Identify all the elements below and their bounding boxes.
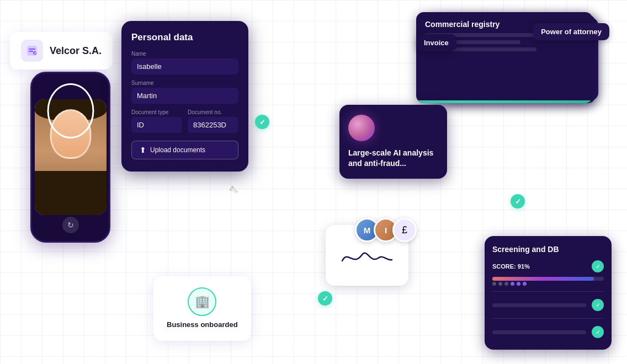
power-of-attorney-badge: Power of attorney bbox=[533, 23, 609, 40]
avatar-female-initials: I bbox=[385, 226, 387, 235]
avatars-group: M I £ bbox=[355, 218, 417, 242]
teal-bar bbox=[416, 100, 593, 103]
ai-analysis-text: Large-scale AI analysis and anti-fraud..… bbox=[348, 148, 438, 169]
score-bar bbox=[492, 277, 594, 281]
check-row-circle-2: ✓ bbox=[592, 326, 604, 338]
dot-5-active bbox=[517, 282, 520, 286]
dot-1 bbox=[492, 282, 496, 286]
doc-type-field: Document type ID bbox=[131, 104, 182, 133]
scan-oval bbox=[47, 83, 94, 138]
dot-2 bbox=[498, 282, 502, 286]
score-bar-wrap bbox=[492, 277, 604, 281]
ai-analysis-card: Large-scale AI analysis and anti-fraud..… bbox=[339, 105, 447, 179]
scene-container: Velcor S.A. ↻ Personal data Name Isabell… bbox=[0, 0, 627, 364]
dot-3 bbox=[504, 282, 508, 286]
doc-fields-row: Document type ID Document no. 8362253D bbox=[131, 104, 238, 133]
check-row-1: ✓ bbox=[492, 296, 604, 314]
surname-label: Surname bbox=[131, 80, 238, 86]
personal-data-title: Personal data bbox=[131, 32, 238, 43]
check-mark-3: ✓ bbox=[318, 291, 332, 306]
signature-svg bbox=[337, 239, 397, 272]
score-check-circle: ✓ bbox=[592, 260, 604, 272]
upload-btn-label: Upload documents bbox=[150, 146, 205, 154]
score-label: SCORE: 91% bbox=[492, 263, 530, 270]
business-label: Business onboarded bbox=[167, 320, 238, 330]
name-input[interactable]: Isabelle bbox=[131, 58, 238, 74]
doc-no-label: Document no. bbox=[188, 109, 238, 115]
upload-icon: ⬆ bbox=[140, 146, 146, 154]
business-icon: 🏢 bbox=[188, 287, 216, 316]
phone-mockup: ↻ bbox=[30, 72, 110, 243]
divider-2 bbox=[492, 318, 604, 319]
invoice-badge: Invoice bbox=[416, 34, 456, 51]
doc-type-label: Document type bbox=[131, 109, 182, 115]
check-mark-1: ✓ bbox=[255, 115, 269, 129]
upload-documents-button[interactable]: ⬆ Upload documents bbox=[131, 141, 238, 159]
business-onboarded-card: 🏢 Business onboarded bbox=[153, 276, 251, 341]
check-mark-2: ✓ bbox=[511, 194, 525, 208]
check-row-bar-1 bbox=[492, 303, 586, 307]
svg-point-3 bbox=[33, 51, 36, 55]
avatar-badge: £ bbox=[392, 218, 417, 242]
check-row-bar-2 bbox=[492, 330, 586, 334]
svg-rect-2 bbox=[29, 51, 33, 52]
svg-rect-1 bbox=[29, 49, 35, 50]
check-row-2: ✓ bbox=[492, 323, 604, 341]
ai-orb-icon bbox=[348, 115, 375, 141]
dot-6-active bbox=[523, 282, 527, 286]
phone-face-area: ↻ bbox=[32, 73, 109, 241]
score-row: SCORE: 91% ✓ bbox=[492, 260, 604, 272]
screening-card: Screening and DB SCORE: 91% ✓ ✓ ✓ bbox=[485, 236, 612, 350]
dots-row bbox=[492, 282, 604, 286]
velcor-card: Velcor S.A. bbox=[10, 32, 113, 69]
doc-no-field: Document no. 8362253D bbox=[188, 104, 238, 133]
hair-sides bbox=[35, 171, 107, 215]
check-row-circle-1: ✓ bbox=[592, 299, 604, 311]
name-label: Name bbox=[131, 51, 238, 57]
refresh-icon[interactable]: ↻ bbox=[62, 217, 79, 233]
surname-input[interactable]: Martin bbox=[131, 88, 238, 104]
screening-title: Screening and DB bbox=[492, 245, 604, 254]
dot-4-active bbox=[511, 282, 514, 286]
doc-no-input[interactable]: 8362253D bbox=[188, 117, 238, 133]
avatar-badge-symbol: £ bbox=[402, 224, 407, 236]
document-stack: Commercial registry Invoice Power of att… bbox=[416, 12, 604, 117]
velcor-icon bbox=[21, 40, 43, 62]
doc-type-input[interactable]: ID bbox=[131, 117, 182, 133]
cursor-pointer: ↖ bbox=[226, 181, 238, 197]
divider-1 bbox=[492, 291, 604, 292]
velcor-name: Velcor S.A. bbox=[50, 45, 102, 57]
avatar-male-initials: M bbox=[364, 226, 371, 235]
personal-data-card: Personal data Name Isabelle Surname Mart… bbox=[121, 21, 248, 172]
